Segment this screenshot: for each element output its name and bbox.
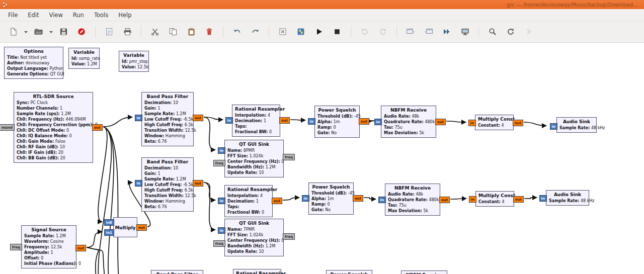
port-freq[interactable]: freq — [213, 240, 225, 247]
block-qt-gui-sink-1[interactable]: QT GUI SinkName: 8PMRFFT Size: 1.024kCen… — [224, 140, 284, 177]
print-button[interactable] — [121, 25, 133, 39]
port-freq[interactable]: freq — [213, 160, 225, 166]
disable-block-button[interactable] — [423, 25, 435, 39]
block-rational-resampler-1[interactable]: Rational ResamplerInterpolation: 4Decima… — [232, 105, 280, 137]
generate-button[interactable] — [295, 25, 307, 39]
port-out[interactable]: out — [272, 198, 282, 204]
port-freq[interactable]: freq — [10, 244, 22, 250]
block-rational-resampler-2[interactable]: Rational ResamplerInterpolation: 4Decima… — [224, 185, 273, 217]
block-param: Name: 7PMR — [225, 227, 283, 232]
port-out[interactable]: out — [435, 119, 446, 125]
port-out[interactable]: out — [193, 180, 203, 187]
port-in[interactable]: in — [539, 195, 547, 202]
toggle-console-button[interactable] — [459, 25, 471, 39]
menu-help[interactable]: Help — [113, 10, 136, 20]
block-rational-resampler-3[interactable]: Rational Resampler — [233, 269, 281, 274]
block-multiply-const-2[interactable]: Multiply ConstConstant: 4inout — [475, 191, 514, 207]
port-in[interactable]: in — [218, 198, 225, 204]
port-out[interactable]: out — [513, 120, 523, 126]
block-param: Value: 12.5k — [119, 64, 148, 70]
block-power-squelch-3[interactable]: Power Squelch — [326, 270, 372, 274]
bypass-block-button[interactable] — [441, 25, 453, 39]
block-audio-sink-1[interactable]: Audio SinkSample Rate: 48 kHzin — [556, 117, 597, 133]
port-out[interactable]: out — [193, 115, 203, 121]
new-flowgraph-button[interactable] — [7, 25, 19, 39]
save-button[interactable] — [57, 25, 69, 39]
paste-button[interactable] — [185, 25, 197, 39]
port-freq[interactable]: freq — [283, 154, 295, 160]
block-band-pass-filter-3[interactable]: Band Pass Filter — [151, 270, 203, 274]
block-audio-sink-2[interactable]: Audio SinkSample Rate: 48 kHzin — [546, 190, 589, 206]
block-multiply-const-1[interactable]: Multiply ConstConstant: 4inout — [475, 115, 514, 130]
block-variable-samp-rate[interactable]: VariableId: samp_rateValue: 1.2M — [68, 48, 100, 69]
open-flowgraph-button[interactable] — [32, 25, 44, 39]
menu-file[interactable]: File — [3, 10, 23, 20]
port-out[interactable]: out — [353, 195, 363, 202]
menu-edit[interactable]: Edit — [23, 10, 44, 20]
block-nbfm-receive-3[interactable]: NBFM Receive — [401, 270, 447, 274]
block-param: Low Cutoff Freq: -6.5k — [142, 182, 193, 188]
block-signal-source[interactable]: Signal SourceSample Rate: 1.2MWaveform: … — [21, 225, 76, 268]
block-param: Sample Rate: 1.2M — [22, 233, 76, 239]
block-rtlsdr-source[interactable]: RTL-SDR SourceSync: PC ClockNumber Chann… — [14, 92, 93, 163]
flowgraph-properties-button[interactable] — [103, 25, 115, 39]
port-in[interactable]: in — [218, 227, 225, 234]
new-flowgraph-dropdown[interactable] — [23, 25, 28, 39]
block-param: Generate Options: QT GUI — [5, 71, 63, 77]
port-out[interactable]: out — [513, 196, 524, 203]
block-power-squelch-1[interactable]: Power SquelchThreshold (dB): -45Alpha: 1… — [314, 106, 360, 138]
block-options[interactable]: OptionsTitle: Not titled yetAuthor: devi… — [4, 47, 63, 79]
block-nbfm-receive-2[interactable]: NBFM ReceiveAudio Rate: 48kQuadrature Ra… — [385, 184, 440, 216]
close-button[interactable] — [75, 25, 88, 39]
port-mand[interactable]: mand — [0, 124, 15, 131]
port-in[interactable]: in — [218, 147, 225, 154]
port-in[interactable]: in — [378, 197, 386, 203]
menu-run[interactable]: Run — [68, 10, 89, 20]
delete-button[interactable] — [203, 25, 215, 39]
block-nbfm-receive-1[interactable]: NBFM ReceiveAudio Rate: 48kQuadrature Ra… — [381, 106, 436, 138]
enable-block-button[interactable] — [405, 25, 417, 39]
kill-button[interactable] — [331, 25, 343, 39]
execute-button[interactable] — [313, 25, 325, 39]
port-out[interactable]: out — [439, 197, 450, 203]
port-in1[interactable]: in1 — [104, 229, 114, 236]
block-variable-pmr-step[interactable]: VariableId: pmr_stepValue: 12.5k — [119, 51, 149, 72]
port-in[interactable]: in — [225, 117, 233, 124]
port-out[interactable]: out — [136, 224, 147, 231]
port-in[interactable]: in — [374, 119, 382, 125]
block-param: Sync: PC Clock — [14, 100, 93, 106]
errors-button[interactable] — [277, 25, 289, 39]
find-block-button[interactable] — [487, 25, 499, 39]
port-in[interactable]: in — [469, 196, 476, 203]
menu-tools[interactable]: Tools — [89, 10, 113, 20]
port-out[interactable]: out — [75, 245, 86, 251]
reload-blocks-button[interactable] — [505, 25, 517, 39]
undo-button[interactable] — [231, 25, 243, 39]
port-in[interactable]: in — [468, 120, 476, 126]
block-param: Constant: 4 — [476, 199, 514, 205]
block-param: Ramp: 0 — [315, 125, 359, 130]
port-out[interactable]: out — [92, 124, 103, 131]
block-param: Sample Rate (sps): 1.2M — [14, 111, 93, 117]
block-band-pass-filter-1[interactable]: Band Pass FilterDecimation: 10Gain: 1Sam… — [141, 92, 194, 146]
block-qt-gui-sink-2[interactable]: QT GUI SinkName: 7PMRFFT Size: 1.024kCen… — [224, 219, 284, 256]
menu-view[interactable]: View — [44, 10, 68, 20]
block-title: NBFM Receive — [401, 271, 447, 274]
port-in[interactable]: in — [135, 115, 142, 121]
block-band-pass-filter-2[interactable]: Band Pass FilterDecimation: 10Gain: 1Sam… — [141, 157, 194, 212]
block-multiply[interactable]: Multiplyin0in1out — [113, 217, 137, 237]
port-in[interactable]: in — [135, 180, 142, 187]
cut-button[interactable] — [149, 25, 161, 39]
redo-button[interactable] — [249, 25, 261, 39]
port-out[interactable]: out — [279, 117, 290, 124]
copy-button[interactable] — [167, 25, 179, 39]
block-param: Interpolation: 4 — [225, 193, 272, 199]
port-in0[interactable]: in0 — [104, 219, 114, 226]
port-in[interactable]: in — [302, 195, 309, 202]
port-out[interactable]: out — [359, 118, 369, 125]
port-freq[interactable]: freq — [283, 233, 295, 240]
open-recent-dropdown[interactable] — [48, 25, 53, 39]
port-in[interactable]: in — [550, 123, 557, 130]
block-power-squelch-2[interactable]: Power SquelchThreshold (dB): -45Alpha: 1… — [308, 182, 354, 215]
port-in[interactable]: in — [308, 118, 315, 125]
